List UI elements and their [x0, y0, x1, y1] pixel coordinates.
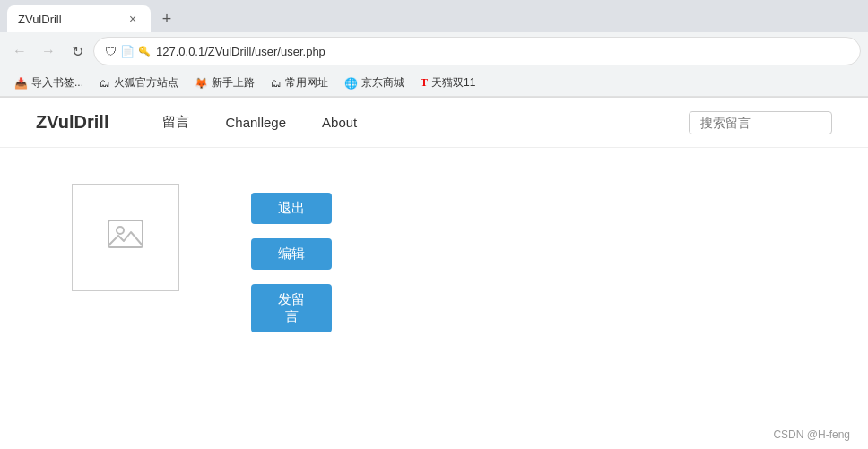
svg-point-1	[117, 227, 124, 234]
tab-title: ZVulDrill	[18, 13, 118, 26]
bookmark-jd-label: 京东商城	[361, 75, 404, 91]
bookmark-firefox-label: 火狐官方站点	[114, 75, 178, 91]
bookmark-common[interactable]: 🗂 常用网址	[264, 73, 335, 92]
bookmark-common-icon: 🗂	[271, 77, 282, 90]
bookmark-firefox[interactable]: 🗂 火狐官方站点	[92, 73, 186, 92]
bookmark-newbie-icon: 🦊	[195, 77, 208, 90]
address-bar[interactable]: 🛡 📄 🔑 127.0.0.1/ZVulDrill/user/user.php	[93, 37, 861, 65]
active-tab[interactable]: ZVulDrill ×	[7, 5, 151, 32]
site-main: 退出 编辑 发留言	[0, 148, 868, 368]
nav-link-message[interactable]: 留言	[162, 114, 189, 131]
avatar-box	[72, 184, 179, 291]
nav-link-challenge[interactable]: Chanllege	[225, 115, 286, 130]
key-icon: 🔑	[138, 46, 151, 57]
bookmark-common-label: 常用网址	[285, 75, 328, 91]
avatar-image-icon	[108, 220, 143, 255]
bookmark-jd[interactable]: 🌐 京东商城	[337, 73, 412, 92]
page-footer-watermark: CSDN @H-feng	[773, 428, 850, 441]
address-text: 127.0.0.1/ZVulDrill/user/user.php	[156, 45, 849, 58]
bookmark-import[interactable]: 📥 导入书签...	[7, 73, 91, 92]
shield-icon: 🛡	[105, 45, 117, 58]
site-nav-links: 留言 Chanllege About	[162, 114, 653, 131]
forward-button[interactable]: →	[36, 39, 61, 64]
site-navbar: ZVulDrill 留言 Chanllege About	[0, 98, 868, 148]
search-input[interactable]	[689, 111, 832, 134]
nav-link-about[interactable]: About	[322, 115, 357, 130]
new-tab-button[interactable]: +	[154, 6, 179, 31]
refresh-button[interactable]: ↻	[65, 39, 90, 64]
svg-rect-0	[108, 220, 143, 247]
back-button[interactable]: ←	[7, 39, 32, 64]
page-content: ZVulDrill 留言 Chanllege About 退出 编辑 发留言	[0, 98, 868, 449]
bookmark-newbie[interactable]: 🦊 新手上路	[187, 73, 262, 92]
logout-button[interactable]: 退出	[251, 193, 332, 224]
post-message-button[interactable]: 发留言	[251, 284, 332, 332]
bookmark-import-label: 导入书签...	[31, 75, 83, 91]
tab-close-button[interactable]: ×	[126, 12, 140, 26]
site-brand[interactable]: ZVulDrill	[36, 112, 108, 133]
bookmark-tmall-icon: T	[421, 76, 428, 90]
browser-chrome: ZVulDrill × + ← → ↻ 🛡 📄 🔑 127.0.0.1/ZVul…	[0, 0, 868, 98]
bookmark-newbie-label: 新手上路	[212, 75, 255, 91]
bookmark-import-icon: 📥	[14, 77, 28, 90]
bookmark-tmall[interactable]: T 天猫双11	[413, 73, 482, 92]
page-icon: 📄	[120, 45, 135, 58]
bookmark-firefox-icon: 🗂	[100, 77, 110, 90]
address-security-icon: 🛡 📄 🔑	[105, 45, 151, 58]
bookmarks-bar: 📥 导入书签... 🗂 火狐官方站点 🦊 新手上路 🗂 常用网址 🌐 京东商城 …	[0, 70, 868, 97]
bookmark-tmall-label: 天猫双11	[431, 75, 475, 91]
bookmark-jd-icon: 🌐	[344, 77, 358, 90]
action-buttons: 退出 编辑 发留言	[251, 184, 332, 332]
tab-bar: ZVulDrill × +	[0, 0, 868, 32]
edit-button[interactable]: 编辑	[251, 238, 332, 270]
navigation-bar: ← → ↻ 🛡 📄 🔑 127.0.0.1/ZVulDrill/user/use…	[0, 32, 868, 70]
